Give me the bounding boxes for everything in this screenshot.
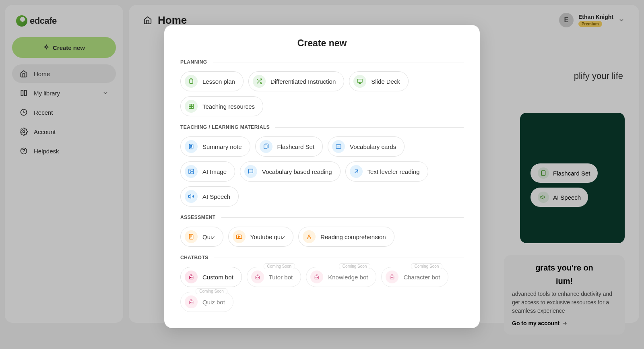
vocab-icon	[332, 140, 345, 153]
option-label: Custom bot	[202, 274, 233, 281]
divider	[213, 62, 464, 62]
option-label: Character bot	[403, 274, 440, 281]
option-label: Flashcard Set	[277, 143, 315, 150]
level-icon	[350, 165, 363, 178]
option-differentiated-instruction[interactable]: Differentiated Instruction	[248, 71, 344, 91]
divider	[221, 217, 464, 218]
cards-icon	[260, 140, 272, 153]
option-label: Teaching resources	[202, 103, 255, 110]
svg-point-32	[192, 302, 192, 303]
section-label: TEACHING / LEARNING MATERIALS	[180, 124, 270, 130]
option-label: Lesson plan	[202, 78, 235, 85]
options-row: Lesson plan Differentiated Instruction S…	[180, 71, 464, 116]
option-custom-bot[interactable]: Custom bot	[180, 267, 242, 287]
svg-rect-6	[189, 104, 191, 106]
bot-icon	[386, 271, 398, 283]
option-flashcard-set[interactable]: Flashcard Set	[255, 136, 323, 157]
svg-rect-7	[192, 104, 194, 106]
coming-soon-badge: Coming Soon	[196, 288, 227, 294]
option-quiz[interactable]: Quiz	[180, 227, 223, 247]
options-row: Quiz Youtube quiz Reading comprehension	[180, 227, 464, 247]
bot-icon	[185, 271, 198, 283]
options-row: Custom bot Coming Soon Tutor bot Coming …	[180, 267, 464, 312]
option-ai-image[interactable]: AI Image	[180, 161, 235, 182]
options-row: Summary note Flashcard Set Vocabulary ca…	[180, 136, 464, 207]
coming-soon-badge: Coming Soon	[264, 263, 295, 269]
section-label: ASSESSMENT	[180, 215, 216, 220]
section-header-chatbots: CHATBOTS	[180, 255, 464, 260]
option-label: AI Speech	[202, 193, 230, 200]
option-teaching-resources[interactable]: Teaching resources	[180, 96, 263, 116]
option-label: Text leveler reading	[367, 168, 420, 175]
svg-point-23	[258, 277, 258, 278]
svg-rect-15	[189, 234, 193, 239]
option-label: Tutor bot	[269, 274, 293, 281]
option-youtube-quiz[interactable]: Youtube quiz	[228, 227, 293, 247]
image-icon	[185, 165, 198, 178]
option-quiz-bot: Coming Soon Quiz bot	[180, 292, 233, 312]
svg-rect-12	[336, 145, 341, 148]
bot-icon	[310, 271, 323, 283]
option-label: Youtube quiz	[250, 233, 285, 240]
svg-rect-4	[190, 79, 193, 84]
svg-point-17	[308, 235, 310, 236]
option-slide-deck[interactable]: Slide Deck	[349, 71, 409, 91]
svg-point-20	[192, 277, 192, 278]
option-label: Quiz bot	[202, 299, 225, 306]
shuffle-icon	[253, 75, 266, 88]
option-summary-note[interactable]: Summary note	[180, 136, 250, 157]
speech-icon	[185, 190, 198, 203]
svg-rect-11	[264, 145, 267, 149]
reading-icon	[303, 230, 316, 243]
option-label: Reading comprehension	[320, 233, 386, 240]
svg-point-28	[391, 277, 392, 278]
option-label: Differentiated Instruction	[270, 78, 336, 85]
option-text-leveler-reading[interactable]: Text leveler reading	[345, 161, 428, 182]
presentation-icon	[353, 75, 366, 88]
note-icon	[185, 140, 198, 153]
svg-point-14	[190, 170, 191, 171]
bot-icon	[185, 295, 198, 308]
option-label: Slide Deck	[371, 78, 400, 85]
coming-soon-badge: Coming Soon	[411, 263, 443, 269]
option-label: Knowledge bot	[328, 274, 368, 281]
option-lesson-plan[interactable]: Lesson plan	[180, 71, 244, 91]
svg-point-19	[190, 277, 190, 278]
svg-point-22	[256, 277, 257, 278]
svg-rect-8	[189, 107, 191, 109]
svg-point-31	[190, 302, 190, 303]
option-vocabulary-cards[interactable]: Vocabulary cards	[328, 136, 405, 157]
option-tutor-bot: Coming Soon Tutor bot	[247, 267, 301, 287]
option-knowledge-bot: Coming Soon Knowledge bot	[306, 267, 376, 287]
quiz-icon	[185, 230, 198, 243]
section-label: PLANNING	[180, 59, 207, 65]
option-ai-speech[interactable]: AI Speech	[180, 186, 239, 207]
resources-icon	[185, 100, 198, 113]
svg-point-29	[393, 277, 393, 278]
book-icon	[244, 165, 257, 178]
option-character-bot: Coming Soon Character bot	[381, 267, 448, 287]
option-label: Quiz	[202, 233, 215, 240]
option-label: Summary note	[202, 143, 242, 150]
coming-soon-badge: Coming Soon	[339, 263, 371, 269]
section-header-planning: PLANNING	[180, 59, 464, 65]
create-new-modal: Create new PLANNING Lesson plan Differen…	[164, 25, 480, 328]
modal-title: Create new	[180, 38, 464, 49]
svg-point-25	[316, 277, 316, 278]
divider	[275, 127, 464, 128]
bot-icon	[251, 271, 264, 283]
option-vocabulary-based-reading[interactable]: Vocabulary based reading	[240, 161, 340, 182]
section-header-assessment: ASSESSMENT	[180, 215, 464, 220]
svg-rect-9	[192, 107, 194, 109]
option-label: Vocabulary cards	[350, 143, 396, 150]
youtube-icon	[233, 230, 246, 243]
divider	[214, 258, 464, 258]
section-label: CHATBOTS	[180, 255, 208, 260]
section-header-teaching-learning-materials: TEACHING / LEARNING MATERIALS	[180, 124, 464, 130]
svg-rect-5	[357, 79, 362, 83]
clipboard-icon	[185, 75, 198, 88]
option-label: AI Image	[202, 168, 227, 175]
option-reading-comprehension[interactable]: Reading comprehension	[298, 227, 394, 247]
option-label: Vocabulary based reading	[262, 168, 332, 175]
svg-point-26	[318, 277, 318, 278]
